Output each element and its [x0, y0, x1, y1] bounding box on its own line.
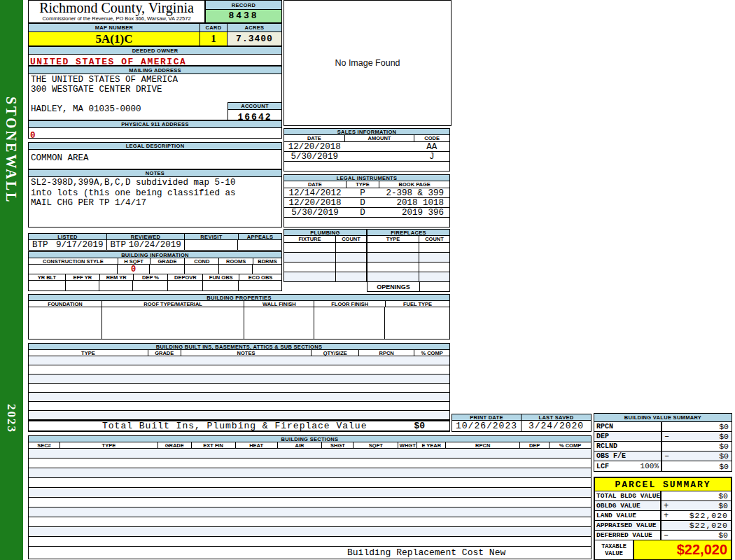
bi-effyr [66, 281, 100, 290]
empty-row [29, 527, 591, 537]
taxable-value: $22,020 [634, 540, 731, 559]
office-address: Commissioner of the Revenue, PO Box 366,… [29, 15, 204, 22]
fireplaces-empty-row [368, 272, 449, 282]
bi-h-dep: DEP % [134, 274, 169, 281]
county-title: Richmond County, Virginia [29, 1, 204, 15]
sale-date: 12/20/2018 [284, 142, 344, 151]
fireplaces-empty-row [368, 253, 449, 262]
bin-h-rpcn: RPCN [359, 350, 414, 356]
bi-h-cond: COND [185, 258, 219, 265]
empty-row [29, 507, 591, 517]
li-header-type: TYPE [346, 181, 380, 188]
bvs-row: DEP – $0 [594, 432, 732, 442]
reviewed-label: REVIEWED [107, 233, 185, 240]
fireplaces-rows [367, 243, 450, 282]
parcel-value: $22,020 [671, 511, 731, 520]
fireplaces-header-type: TYPE [368, 236, 419, 243]
account-value-box: 16642 [227, 110, 282, 120]
inspection-table: LISTED REVIEWED REVISIT APPEALS BTP 9/17… [28, 233, 282, 251]
bp-foundation [29, 307, 102, 339]
map-value-row: 5A(1)C 1 7.3400 [28, 32, 282, 46]
sidebar: STONEWALL 2023 [0, 0, 23, 560]
reviewed-date: 10/24/2019 [129, 240, 181, 250]
parcel-label: APPRAISED VALUE [596, 522, 657, 529]
li-date: 12/20/2018 [284, 198, 346, 207]
building-value-summary: BUILDING VALUE SUMMARY RPCN $0 DEP – $0 … [594, 413, 732, 472]
empty-row [29, 356, 449, 365]
bvs-row: OBS F/E – $0 [594, 451, 732, 461]
legal-instruments-title: LEGAL INSTRUMENTS [284, 174, 450, 181]
card-value: 1 [200, 32, 227, 46]
built-ins-total-value: $0 [414, 421, 449, 431]
physical-address-label: PHYSICAL 911 ADDRESS [28, 120, 282, 128]
revisit-value [185, 240, 239, 250]
listed-by: BTP [32, 240, 48, 250]
fireplaces-header-count: COUNT [419, 236, 450, 243]
fireplaces-title: FIREPLACES [367, 229, 450, 236]
bi-cond [185, 265, 219, 274]
bvs-label: LCF [596, 463, 609, 470]
legal-instruments-headers: DATE TYPE BOOK PAGE [284, 181, 450, 188]
fireplaces-empty-row [368, 262, 449, 272]
sale-amount [344, 152, 414, 161]
legal-instrument-empty-row [284, 218, 449, 227]
bi-funobs [203, 281, 239, 290]
bp-wall [244, 307, 314, 339]
li-header-bookpage: BOOK PAGE [379, 181, 450, 188]
acres-label: ACRES [227, 23, 282, 32]
bi-row1-values: 0 [28, 265, 282, 274]
li-type: D [346, 198, 379, 207]
sales-title: SALES INFORMATION [284, 128, 450, 135]
empty-row [29, 411, 449, 420]
listed-date: 9/17/2019 [56, 240, 104, 250]
property-image-placeholder: No Image Found [284, 0, 451, 126]
sales-row: 12/20/2018 AA [284, 142, 449, 152]
bi-depovr [168, 281, 203, 290]
bvs-label: OBS F/E [596, 452, 626, 460]
bvs-label: RCLND [596, 442, 617, 450]
bi-ecoobs [239, 281, 281, 290]
record-label: RECORD [205, 0, 282, 10]
bvs-qualifier: 100% [640, 462, 659, 470]
sales-header-code: CODE [414, 135, 450, 142]
built-ins-rows [28, 356, 450, 420]
bin-h-qty: QTY/SIZE [312, 350, 359, 356]
parcel-value: $0 [671, 491, 731, 500]
empty-row [29, 402, 449, 411]
fireplaces-table: FIREPLACES TYPE COUNT OPENINGS [367, 229, 450, 292]
building-information: BUILDING INFORMATION CONSTRUCTION STYLE … [28, 251, 282, 291]
reviewed-by: BTP [110, 240, 126, 250]
plumbing-rows [284, 243, 367, 282]
bp-roof [102, 307, 244, 339]
parcel-op: + [662, 501, 671, 511]
plumbing-headers: FIXTURE COUNT [284, 236, 367, 243]
bvs-title: BUILDING VALUE SUMMARY [594, 413, 732, 422]
bp-headers: FOUNDATION ROOF TYPE/MATERIAL WALL FINIS… [28, 301, 450, 307]
bp-body [28, 307, 450, 340]
legal-description-value: COMMON AREA [31, 153, 89, 163]
parcel-row: LAND VALUE + $22,020 [595, 511, 731, 521]
built-ins-section: BUILDING BUILT INS, BASEMENTS, ATTICS & … [28, 343, 450, 432]
legal-description-box: COMMON AREA [28, 150, 282, 169]
bp-h-foundation: FOUNDATION [29, 301, 102, 307]
notes-line: into lots (this one being classified as [31, 188, 281, 199]
empty-row [29, 374, 449, 384]
record-box: RECORD 8438 [205, 0, 282, 23]
notes-label: NOTES [28, 169, 282, 177]
built-ins-total-row: Total Built Ins, Plumbing & Fireplace Va… [28, 420, 450, 432]
revisit-label: REVISIT [185, 233, 239, 240]
mailing-line: 300 WESTGATE CENTER DRIVE [31, 85, 281, 94]
sales-row: 5/30/2019 J [284, 152, 449, 162]
bi-row1-headers: CONSTRUCTION STYLE H SQFT GRADE COND ROO… [28, 258, 282, 265]
plumbing-empty-row [284, 253, 366, 262]
bi-h-bdrms: BDRMS [253, 258, 282, 265]
bi-rooms [219, 265, 253, 274]
li-date: 12/14/2012 [284, 188, 346, 197]
sales-headers: DATE AMOUNT CODE [284, 135, 450, 142]
record-value: 8438 [205, 10, 282, 23]
bvs-label: RPCN [596, 423, 613, 430]
parcel-summary-title: PARCEL SUMMARY [595, 478, 731, 491]
physical-address-box: 0 [28, 128, 282, 139]
sales-header-amount: AMOUNT [345, 135, 415, 142]
bvs-row: RCLND $0 [594, 442, 732, 451]
